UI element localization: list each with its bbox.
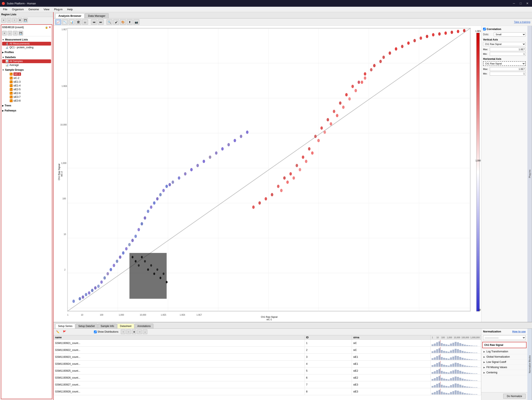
scatter-plot[interactable] [67,28,471,311]
chart-tool-last[interactable]: ⏭ [98,19,104,25]
sie38-item[interactable]: 🍊 siE3-8 [2,99,51,103]
menu-help[interactable]: Help [65,7,75,11]
sie25-item[interactable]: 🍊 siE2-5 [2,87,51,91]
chart-toolbar: 📈 📉 📊 🕸 ⚏ ⏮ ⏭ 🔍 🖌 🎨 ⬆ 📷 Take a training [54,18,532,26]
gse-up2-btn[interactable]: ↑ [13,31,18,36]
col-name[interactable]: name [54,335,305,340]
tab-annotations[interactable]: Annotations [135,324,153,328]
chart-tool-network[interactable]: 🕸 [76,19,81,25]
norm-low-signal[interactable]: ▶ Low Signal Cutoff [481,359,527,365]
take-training-link[interactable]: Take a training [514,21,530,24]
table-row[interactable]: GSM1193922_count...2siC [54,347,481,354]
chart-tool-bar[interactable]: 📊 [69,19,75,25]
dist-nav-up[interactable]: ↑ [121,329,126,334]
horz-min-input[interactable] [490,72,526,75]
menu-genome[interactable]: Genome [26,7,41,11]
sie26-item[interactable]: 🍊 siE2-6 [2,91,51,95]
table-row[interactable]: GSM1193924_count...4siE1 [54,361,481,368]
norm-log-transform[interactable]: ▶ Log Transformation [481,349,527,354]
qc1-item[interactable]: 🔬 QC1 - protein_coding [2,46,51,49]
show-dist-checkbox[interactable] [94,331,97,333]
normalize-blocks-tab[interactable]: Normalize Blocks [527,329,532,400]
vertical-axis-select[interactable]: Ch1 Raw Signal [483,42,526,46]
chart-tool-scatter[interactable]: 📈 [55,19,61,25]
norm-fill-missing[interactable]: ▶ Fill Missing Values [481,365,527,370]
col-dist[interactable]: 110 100 1,000 10,000 100,000 1,000,000 [431,335,481,340]
norm-global[interactable]: ▶ Global Normalization [481,354,527,359]
norm-select[interactable]: ------------------ [483,335,526,340]
down-btn[interactable]: ↓ [7,18,11,22]
tab-datasheet[interactable]: Datasheet [117,324,134,328]
sic2-item[interactable]: 🍊 siC-2 [2,76,51,80]
chart-tool-heatmap[interactable]: ⚏ [82,19,88,25]
dist-nav-right[interactable]: → [137,329,142,334]
sample-groups-header[interactable]: ▼ Sample Groups [2,68,51,72]
menu-view[interactable]: View [41,7,51,11]
menu-plugin[interactable]: Plug-in [52,7,64,11]
measurement-lists-header[interactable]: ▼ Measurement Lists [2,37,51,42]
dist-nav-down[interactable]: ↓ [143,329,147,334]
gse-down2-btn[interactable]: ↓ [7,31,12,36]
trees-header[interactable]: ▶ Trees [2,104,51,108]
chart-tool-first[interactable]: ⏮ [91,19,97,25]
filter-btn[interactable]: ⚙ [18,18,22,22]
profiles-header[interactable]: ▶ Profiles [2,50,51,54]
do-normalize-button[interactable]: Do Normalize [503,394,526,399]
all-measurements-item[interactable]: 🔬 All Measurements [2,42,51,46]
minimize-button[interactable]: ─ [511,0,517,6]
maximize-button[interactable]: □ [518,0,524,6]
add-region-btn[interactable]: + [1,18,6,22]
col-id[interactable]: ID [305,335,352,340]
edit-tool[interactable]: ✏️ [55,329,60,334]
svg-point-43 [342,105,345,109]
table-row[interactable]: GSM1193923_count...3siE1 [54,354,481,361]
chart-tool-export[interactable]: ⬆ [127,19,133,25]
dots-select[interactable]: Small Medium Large [494,32,526,37]
menu-file[interactable]: File [1,7,9,11]
how-to-use-link[interactable]: How to use [512,330,526,333]
gse-close-icon[interactable]: ✕ [49,26,51,29]
plugins-tab[interactable]: Plug-ins [527,26,532,322]
dist-nav-left[interactable]: ← [126,329,131,334]
tab-setup-series[interactable]: Setup Series [55,324,75,328]
save-btn[interactable]: 💾 [23,18,28,22]
col-sirna[interactable]: sirna [352,335,431,340]
table-row[interactable]: GSM1193927_count...7siE3 [54,381,481,388]
all-samples-item[interactable]: 📊 All Samples [2,59,51,63]
vert-max-input[interactable] [490,47,526,51]
chart-tool-brush[interactable]: 🖌 [113,19,119,25]
horz-max-input[interactable] [490,67,526,71]
norm-selected-item[interactable]: Ch1 Raw Signal [482,342,526,348]
horizontal-axis-select[interactable]: Ch1 Raw Signal [483,61,526,66]
tab-analysis-browser[interactable]: Analysis Browser [55,13,84,18]
sie13-item[interactable]: 🍊 siE1-3 [2,80,51,84]
up-btn[interactable]: ↑ [12,18,17,22]
tab-sample-info[interactable]: Sample Info [98,324,117,328]
close-button[interactable]: ✕ [525,0,530,6]
chart-tool-palette[interactable]: 🎨 [120,19,126,25]
chart-tool-camera[interactable]: 📷 [133,19,139,25]
flag-tool[interactable]: 🚩 [62,329,67,334]
gse-add-btn[interactable]: + [2,31,7,36]
pathways-header[interactable]: ▶ Pathways [2,109,51,113]
data-table[interactable]: name ID sirna 110 100 1,000 10,000 [54,335,481,400]
sie14-item[interactable]: 🍊 siE1-4 [2,84,51,87]
menu-organism[interactable]: Organism [10,7,26,11]
tab-setup-dataset[interactable]: Setup DataSet [76,324,97,328]
sie37-item[interactable]: 🍊 siE3-7 [2,95,51,99]
datasets-header[interactable]: ▼ DataSets [2,55,51,59]
average-item[interactable]: 📊 Average [2,63,51,67]
norm-centering[interactable]: ▶ Centering [481,370,527,375]
table-row[interactable]: GSM1193925_count...5siE2 [54,368,481,374]
tab-data-manager[interactable]: Data Manager [85,13,108,18]
correlation-checkbox[interactable] [483,28,486,31]
gse-save2-btn[interactable]: 💾 [19,31,23,36]
table-row[interactable]: GSM1193928_count...8siE3 [54,388,481,395]
chart-tool-line[interactable]: 📉 [62,19,68,25]
table-row[interactable]: GSM1193926_count...6siE2 [54,374,481,381]
sic1-item[interactable]: 🍊 siC-1 [2,72,51,76]
chart-tool-zoom[interactable]: 🔍 [107,19,112,25]
vert-min-input[interactable] [490,52,526,56]
table-row[interactable]: GSM1193921_count...1siC [54,340,481,347]
dist-nav-move[interactable]: ⊕ [132,329,136,334]
